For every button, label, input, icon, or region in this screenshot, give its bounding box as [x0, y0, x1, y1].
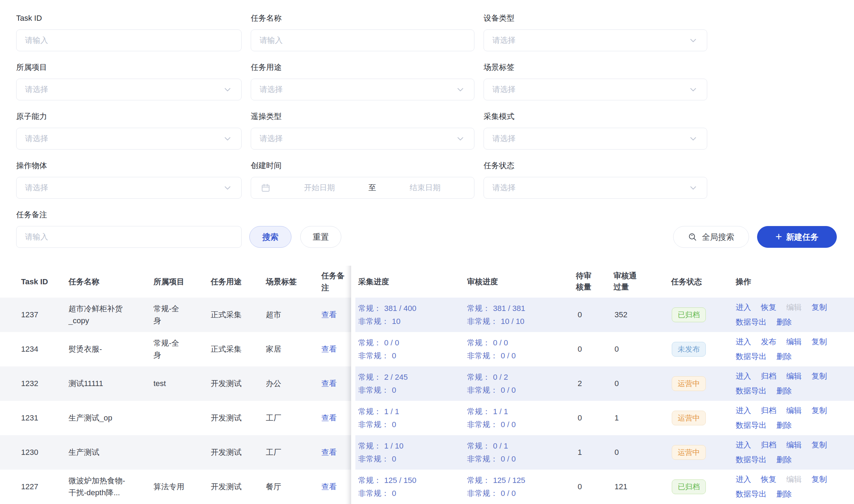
task-table: Task ID 任务名称 所属项目 任务用途 场景标签 任务备注 采集进度 审核… — [0, 266, 854, 504]
search-icon — [688, 232, 697, 242]
view-remark-link[interactable]: 查看 — [321, 310, 337, 319]
action-enter-link[interactable]: 进入 — [736, 336, 751, 348]
action-delete-link[interactable]: 删除 — [776, 351, 792, 363]
date-range-picker[interactable]: 开始日期至结束日期 — [251, 177, 474, 199]
action-export-link[interactable]: 数据导出 — [736, 385, 767, 397]
action-restore-link[interactable]: 恢复 — [761, 473, 776, 485]
global-search-button[interactable]: 全局搜索 — [673, 226, 749, 248]
view-remark-link[interactable]: 查看 — [321, 345, 337, 353]
filter-select[interactable]: 请选择 — [484, 79, 707, 100]
header-pending-count: 待审核量 — [571, 270, 613, 293]
filter-select[interactable]: 请选择 — [251, 128, 474, 150]
cell-task-id: 1227 — [21, 481, 68, 493]
view-remark-link[interactable]: 查看 — [321, 482, 337, 491]
cell-scene: 餐厅 — [266, 481, 321, 493]
reset-button[interactable]: 重置 — [300, 226, 341, 248]
approved-value: 0 — [615, 379, 619, 388]
progress-line: 常规：0 / 1 — [467, 439, 571, 452]
action-delete-link[interactable]: 删除 — [776, 316, 792, 328]
table-row: 1237超市冷鲜柜补货_copy常规-全身正式采集超市查看常规：381 / 40… — [0, 298, 854, 332]
filter-select[interactable]: 请选择 — [484, 177, 707, 199]
filter-select[interactable]: 请选择 — [16, 79, 242, 100]
action-archive-link[interactable]: 归档 — [761, 439, 776, 451]
action-export-link[interactable]: 数据导出 — [736, 454, 767, 466]
action-export-link[interactable]: 数据导出 — [736, 351, 767, 363]
action-edit-link[interactable]: 编辑 — [786, 439, 802, 451]
cell-remark: 查看 — [321, 343, 351, 355]
action-enter-link[interactable]: 进入 — [736, 405, 751, 417]
action-copy-link[interactable]: 复制 — [812, 473, 827, 485]
progress-label: 非常规： — [467, 489, 498, 498]
action-delete-link[interactable]: 删除 — [776, 419, 792, 431]
action-archive-link[interactable]: 归档 — [761, 370, 776, 382]
action-export-link[interactable]: 数据导出 — [736, 316, 767, 328]
filter-select[interactable]: 请选择 — [16, 177, 242, 199]
select-placeholder: 请选择 — [251, 133, 456, 144]
filter-text-input[interactable] — [17, 226, 241, 247]
view-remark-link[interactable]: 查看 — [321, 413, 337, 422]
progress-value: 1 / 10 — [384, 442, 403, 450]
filter-select[interactable]: 请选择 — [484, 128, 707, 150]
cell-status: 运营中 — [669, 376, 732, 391]
filter-select[interactable]: 请选择 — [251, 79, 474, 100]
action-publish-link[interactable]: 发布 — [761, 336, 776, 348]
action-enter-link[interactable]: 进入 — [736, 370, 751, 382]
progress-value: 10 / 10 — [501, 317, 524, 326]
row-fixed-pane: 1232测试11111test开发测试办公查看 — [0, 366, 351, 401]
progress-value: 0 / 1 — [493, 442, 508, 450]
action-enter-link[interactable]: 进入 — [736, 301, 751, 313]
progress-value: 125 / 125 — [493, 476, 525, 485]
select-placeholder: 请选择 — [251, 84, 456, 95]
row-scroll-pane: 常规：0 / 0非常规：0常规：0 / 0非常规：0 / 000未发布进入发布编… — [355, 332, 854, 366]
cell-task-id: 1231 — [21, 412, 68, 424]
action-edit-link[interactable]: 编辑 — [786, 336, 802, 348]
cell-scene: 超市 — [266, 309, 321, 321]
chevron-down-icon — [223, 134, 232, 143]
action-enter-link[interactable]: 进入 — [736, 473, 751, 485]
view-remark-link[interactable]: 查看 — [321, 379, 337, 388]
filter-label: Task ID — [16, 13, 242, 23]
action-enter-link[interactable]: 进入 — [736, 439, 751, 451]
action-restore-link[interactable]: 恢复 — [761, 301, 776, 313]
cell-collect-progress: 常规：125 / 150非常规：0 — [358, 474, 467, 500]
progress-label: 非常规： — [467, 386, 498, 394]
action-edit-link[interactable]: 编辑 — [786, 370, 802, 382]
action-delete-link[interactable]: 删除 — [776, 488, 792, 500]
cell-scene: 家居 — [266, 343, 321, 355]
new-task-button[interactable]: + 新建任务 — [757, 226, 837, 248]
filter-select[interactable]: 请选择 — [16, 128, 242, 150]
row-fixed-pane: 1227微波炉加热食物-干扰-depth降...算法专用开发测试餐厅查看 — [0, 470, 351, 504]
actions-links: 进入归档编辑复制数据导出删除 — [736, 370, 845, 397]
action-delete-link[interactable]: 删除 — [776, 385, 792, 397]
action-copy-link[interactable]: 复制 — [812, 439, 827, 451]
header-actions: 操作 — [732, 276, 854, 288]
progress-label: 非常规： — [358, 351, 389, 360]
filter-text-input[interactable] — [17, 30, 241, 51]
action-copy-link[interactable]: 复制 — [812, 405, 827, 417]
cell-scene: 工厂 — [266, 412, 321, 424]
cell-project: 常规-全身 — [153, 303, 211, 327]
action-copy-link[interactable]: 复制 — [812, 301, 827, 313]
progress-line: 非常规：0 — [358, 452, 467, 465]
action-export-link[interactable]: 数据导出 — [736, 488, 767, 500]
progress-label: 非常规： — [358, 420, 389, 429]
filter-text-input[interactable] — [251, 30, 474, 51]
approved-value: 121 — [615, 482, 628, 491]
header-project: 所属项目 — [153, 276, 211, 288]
progress-line: 非常规：10 — [358, 315, 467, 328]
search-button[interactable]: 搜索 — [249, 226, 291, 248]
action-edit-link[interactable]: 编辑 — [786, 405, 802, 417]
action-copy-link[interactable]: 复制 — [812, 370, 827, 382]
view-remark-link[interactable]: 查看 — [321, 448, 337, 457]
action-export-link[interactable]: 数据导出 — [736, 419, 767, 431]
action-archive-link[interactable]: 归档 — [761, 405, 776, 417]
action-delete-link[interactable]: 删除 — [776, 454, 792, 466]
cell-scene: 办公 — [266, 378, 321, 390]
progress-value: 125 / 150 — [384, 476, 416, 485]
filter-select[interactable]: 请选择 — [484, 29, 707, 51]
cell-pending-count: 0 — [571, 343, 613, 355]
table-header: Task ID 任务名称 所属项目 任务用途 场景标签 任务备注 采集进度 审核… — [0, 266, 854, 298]
progress-label: 非常规： — [467, 351, 498, 360]
chevron-down-icon — [689, 183, 698, 192]
action-copy-link[interactable]: 复制 — [812, 336, 827, 348]
